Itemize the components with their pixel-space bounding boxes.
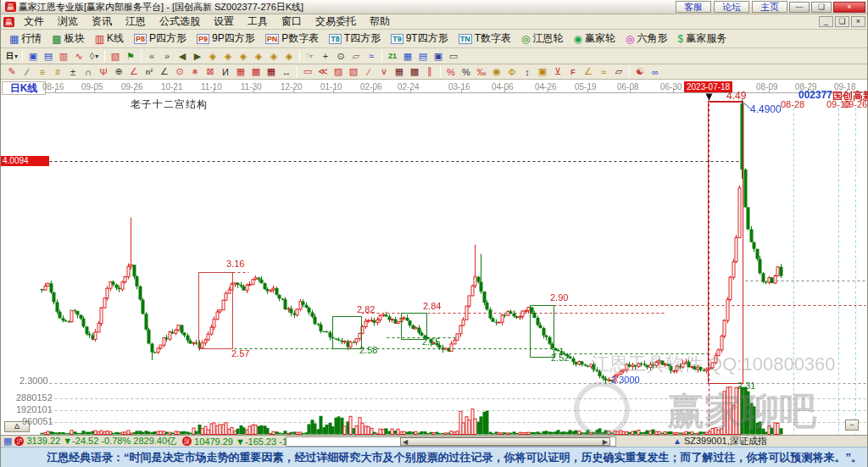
calculator-icon[interactable]: ▦	[400, 49, 415, 63]
mdi-minimize-button[interactable]: _	[819, 16, 833, 27]
first-bar-icon[interactable]: «	[144, 49, 159, 63]
menu-browse[interactable]: 浏览	[51, 14, 85, 30]
period-day-dropdown[interactable]: 日▾	[4, 49, 19, 63]
width-arrows-icon[interactable]: ↔	[279, 65, 294, 79]
menu-settings[interactable]: 设置	[207, 14, 241, 30]
print-icon[interactable]: ▭	[446, 49, 461, 63]
f-retrace-icon[interactable]: F	[565, 65, 581, 79]
starburst-icon[interactable]: ∗	[187, 65, 203, 79]
gann-angle-2-icon[interactable]: ◈	[220, 49, 236, 63]
angle-gold-icon[interactable]: ∠	[581, 65, 596, 79]
gann-fan-icon[interactable]: ∠	[126, 65, 142, 79]
menu-window[interactable]: 窗口	[275, 14, 309, 30]
gann-angle-4-icon[interactable]: ◈	[251, 49, 266, 63]
angles-icon[interactable]: ∠	[157, 65, 172, 79]
ruler-lines-icon[interactable]: ±	[65, 65, 81, 79]
flag-marker-icon[interactable]: ⚑	[123, 49, 138, 63]
forum-button[interactable]: 论坛	[714, 1, 749, 13]
menu-trade[interactable]: 交易委托	[309, 14, 363, 30]
customer-service-button[interactable]: 客服	[676, 1, 711, 13]
market-grid-icon[interactable]: ▦	[3, 436, 12, 447]
homepage-button[interactable]: 主页	[752, 1, 787, 13]
menu-news[interactable]: 资讯	[85, 14, 119, 30]
n-square-icon[interactable]: n²	[142, 65, 157, 79]
boxed-x-icon[interactable]: ⊠	[203, 65, 218, 79]
menu-file[interactable]: 文件	[17, 14, 51, 30]
next-bar-icon[interactable]: ▶	[190, 49, 205, 63]
permille-icon[interactable]: ‰	[474, 65, 489, 79]
info-panel-icon[interactable]: ▤	[41, 49, 56, 63]
gann-wheel-button[interactable]: ◎江恩轮	[516, 31, 568, 47]
kn-mark-icon[interactable]: И	[218, 65, 233, 79]
last-bar-icon[interactable]: »	[159, 49, 175, 63]
t-number-table-button[interactable]: TNT数字表	[453, 31, 516, 47]
dark-shade-icon[interactable]: ▩	[407, 65, 422, 79]
shaded-box-icon[interactable]: ▨	[331, 65, 346, 79]
filled-frame-icon[interactable]: ▧	[346, 65, 361, 79]
menu-help[interactable]: 帮助	[363, 14, 397, 30]
infinity-icon[interactable]: ∞	[648, 65, 663, 79]
sectors-button[interactable]: ▩板块	[47, 31, 89, 47]
nine-p-square-button[interactable]: P99P四方形	[192, 31, 260, 47]
hlines-tool-icon[interactable]: ≡	[35, 65, 50, 79]
trend-line-icon[interactable]: ∕	[19, 65, 35, 79]
calendar-21-icon[interactable]: 21	[385, 49, 400, 63]
gann-angle-1-icon[interactable]: ◈	[205, 49, 220, 63]
channel-icon[interactable]: ▱	[611, 65, 626, 79]
mdi-close-button[interactable]: ×	[851, 16, 865, 27]
hexagon-button[interactable]: ◎六角形	[620, 31, 672, 47]
save-icon[interactable]: ▣	[431, 49, 446, 63]
p-number-table-button[interactable]: PNP数字表	[260, 31, 325, 47]
pitchfork-icon[interactable]: Ψ	[96, 65, 111, 79]
data-table-icon[interactable]: ▤	[415, 49, 431, 63]
v-lines-icon[interactable]: ⊻	[550, 65, 565, 79]
frame-grid-icon[interactable]: ▦	[264, 65, 279, 79]
bar-chart-icon[interactable]: ▥	[56, 49, 71, 63]
winner-wheel-button[interactable]: ◉赢家轮	[569, 31, 620, 47]
scroll-left-icon[interactable]: ◀	[403, 438, 408, 446]
mdi-restore-button[interactable]: ❏	[835, 16, 849, 27]
prev-bar-icon[interactable]: ◀	[175, 49, 190, 63]
chart-scrollbar-thumb[interactable]: ◀ ▶	[400, 437, 610, 446]
speed-resistance-icon[interactable]: ≈	[596, 65, 611, 79]
percent-icon[interactable]: %	[459, 65, 474, 79]
restore-button[interactable]: ❏	[811, 2, 832, 13]
kline-button[interactable]: ▥K线	[90, 31, 129, 47]
hand-tool-icon[interactable]: ☞	[303, 49, 318, 63]
chart-scrollbar[interactable]: ◀ ▶	[286, 436, 616, 447]
check-angle-icon[interactable]: ∨	[376, 65, 392, 79]
quotes-button[interactable]: ▦行情	[4, 31, 47, 47]
dark-grid-icon[interactable]: ▦	[392, 65, 407, 79]
gann-angle-6-icon[interactable]: ◈	[281, 49, 297, 63]
t-square-button[interactable]: T8T四方形	[324, 31, 386, 47]
crosshair-icon[interactable]: +	[318, 49, 333, 63]
winner-service-button[interactable]: $赢家服务	[673, 31, 732, 47]
nine-t-square-button[interactable]: T99T四方形	[386, 31, 453, 47]
compass-icon[interactable]: ⊙	[172, 65, 187, 79]
golden-circle-icon[interactable]: ◉	[489, 65, 504, 79]
golden-gate-icon[interactable]: Φ	[504, 65, 520, 79]
menu-gann[interactable]: 江恩	[119, 14, 153, 30]
gann-box-icon[interactable]: ▣	[535, 65, 550, 79]
red-shade-grid-icon[interactable]: ▩	[248, 65, 264, 79]
gann-angle-3-icon[interactable]: ◈	[236, 49, 251, 63]
menu-formula-picker[interactable]: 公式选股	[153, 14, 207, 30]
fan-rays-icon[interactable]: ≪	[315, 65, 331, 79]
zoom-tool-icon[interactable]: ⊙	[333, 49, 348, 63]
wave-tool-icon[interactable]: ≈	[364, 49, 379, 63]
circle-rings-icon[interactable]: ⊕	[111, 65, 126, 79]
retrace-percent-icon[interactable]: %	[443, 65, 459, 79]
collapse-pane-button[interactable]: −	[845, 420, 859, 431]
arc-tool-icon[interactable]: ∩	[81, 65, 96, 79]
menu-tools[interactable]: 工具	[241, 14, 275, 30]
box-frame-icon[interactable]: ▭	[300, 65, 315, 79]
chart-window-icon[interactable]: ▣	[25, 49, 41, 63]
diagonal-line-icon[interactable]: ∕	[361, 65, 376, 79]
grid-lines-icon[interactable]: #	[50, 65, 65, 79]
scroll-right-icon[interactable]: ▶	[603, 438, 608, 446]
trend-chart-icon[interactable]: ∿	[71, 49, 86, 63]
red-grid-icon[interactable]: ▦	[233, 65, 248, 79]
select-region-icon[interactable]: ▧	[108, 49, 123, 63]
parallel-rays-icon[interactable]: ∥	[422, 65, 437, 79]
close-button[interactable]: ×	[833, 2, 865, 13]
